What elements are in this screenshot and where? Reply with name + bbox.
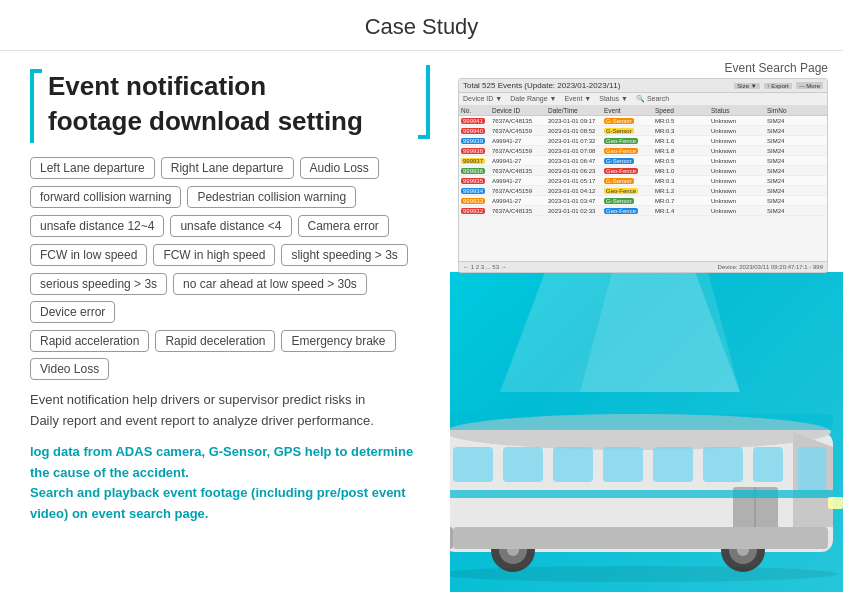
tag-row-4: serious speeding > 3s no car ahead at lo… [30,273,430,323]
event-search-container: Event Search Page Total 525 Events (Upda… [458,61,828,273]
svg-rect-10 [753,447,783,482]
tag-row-5: Rapid acceleration Rapid deceleration Em… [30,330,430,380]
tag-fcw-low: FCW in low speed [30,244,147,266]
tag-emergency-brake: Emergency brake [281,330,395,352]
tag-slight-speeding: slight speeding > 3s [281,244,407,266]
svg-rect-20 [453,527,828,549]
svg-rect-5 [503,447,543,482]
header: Case Study [0,0,843,51]
table-row: 999932 7637A/C481352023-01-01 02:33 Geo-… [459,206,827,216]
mock-table-title: Total 525 Events (Update: 2023/01-2023/1… [459,79,827,93]
tag-rapid-accel: Rapid acceleration [30,330,149,352]
table-row: 999933 A99941-272023-01-01 03:47 G-Senso… [459,196,827,206]
tag-fcw: forward collision warning [30,186,181,208]
tag-no-car-ahead: no car ahead at low speed > 30s [173,273,367,295]
svg-rect-7 [603,447,643,482]
svg-rect-4 [453,447,493,482]
table-row: 999934 7637A/C451592023-01-01 04:12 Geo-… [459,186,827,196]
table-row: 999935 A99941-272023-01-01 05:17 G-Senso… [459,176,827,186]
tags-section: Left Lane departure Right Lane departure… [30,157,430,380]
tag-fcw-high: FCW in high speed [153,244,275,266]
svg-rect-9 [703,447,743,482]
svg-rect-3 [798,447,826,492]
table-row: 999939 A99941-272023-01-01 07:32 Geo-Fen… [459,136,827,146]
mock-column-headers: No.Device IDDate/TimeEventSpeedStatusSim… [459,106,827,116]
bus-illustration [450,372,843,592]
tag-camera-error: Camera error [298,215,389,237]
tag-row-3: FCW in low speed FCW in high speed sligh… [30,244,430,266]
table-row: 999936 7637A/C481352023-01-01 06:23 Geo-… [459,166,827,176]
section-title: Event notification footage download sett… [48,69,412,139]
tag-row-2: unsafe distance 12~4 unsafe distance <4 … [30,215,430,237]
highlight-text: log data from ADAS camera, G-Sensor, GPS… [30,442,430,525]
event-search-label: Event Search Page [458,61,828,75]
table-row: 999938 7637A/C451592023-01-01 07:08 Geo-… [459,146,827,156]
svg-rect-22 [450,527,453,549]
mock-filter-bar: Device ID ▼ Date Range ▼ Event ▼ Status … [459,93,827,106]
tag-unsafe-dist-1: unsafe distance 12~4 [30,215,164,237]
tag-left-lane: Left Lane departure [30,157,155,179]
svg-rect-8 [653,447,693,482]
page-title: Case Study [365,14,479,39]
tag-row-0: Left Lane departure Right Lane departure… [30,157,430,179]
svg-rect-23 [450,414,833,430]
main-content: Event notification footage download sett… [0,51,843,592]
tag-pcw: Pedestrian collision warning [187,186,356,208]
tag-audio-loss: Audio Loss [300,157,379,179]
svg-rect-21 [828,497,843,509]
table-row: 999941 7637A/C481352023-01-01 09:17 G-Se… [459,116,827,126]
table-row: 999940 7637A/C451592023-01-01 08:52 G-Se… [459,126,827,136]
left-panel: Event notification footage download sett… [0,51,450,592]
description-text: Event notification help drivers or super… [30,390,430,432]
table-row: 999937 A99941-272023-01-01 06:47 G-Senso… [459,156,827,166]
tag-unsafe-dist-2: unsafe distance <4 [170,215,291,237]
tag-video-loss: Video Loss [30,358,109,380]
tag-row-1: forward collision warning Pedestrian col… [30,186,430,208]
right-panel: Event Search Page Total 525 Events (Upda… [450,51,843,592]
svg-rect-13 [450,490,833,498]
tag-right-lane: Right Lane departure [161,157,294,179]
section-title-bracket: Event notification footage download sett… [30,69,430,139]
svg-rect-6 [553,447,593,482]
event-search-mock: Total 525 Events (Update: 2023/01-2023/1… [458,78,828,273]
tag-serious-speeding: serious speeding > 3s [30,273,167,295]
tag-device-error: Device error [30,301,115,323]
tag-rapid-decel: Rapid deceleration [155,330,275,352]
svg-point-24 [450,566,838,582]
